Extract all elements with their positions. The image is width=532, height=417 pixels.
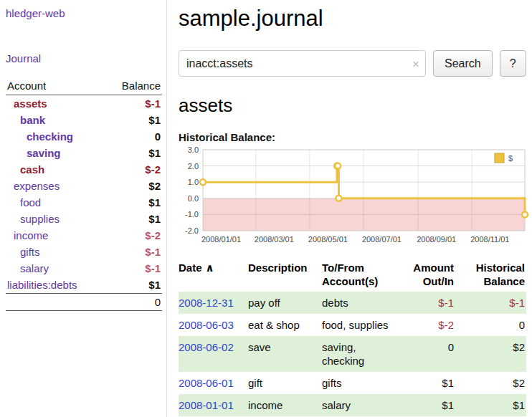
register-header-date: Date∧ [179, 259, 248, 292]
svg-text:2008/09/01: 2008/09/01 [417, 235, 456, 244]
accounts-total-value: 0 [105, 294, 162, 311]
register-balance: $1 [455, 394, 526, 416]
register-date-link[interactable]: 2008-12-31 [179, 297, 234, 309]
account-balance: $-1 [105, 244, 162, 260]
account-balance: $-2 [105, 227, 162, 244]
register-date-cell: 2008-06-02 [179, 336, 248, 372]
account-row: salary$-1 [6, 260, 162, 277]
main-content: sample.journal × Search ? assets Histori… [167, 0, 532, 417]
register-header-row: Date∧ Description To/From Account(s) Amo… [179, 259, 526, 292]
chart-point-marker [200, 179, 206, 185]
account-row: income$-2 [6, 227, 162, 244]
balance-chart: 3.02.01.00.0-1.0-2.02008/01/012008/03/01… [179, 146, 526, 251]
account-link[interactable]: bank [20, 114, 45, 126]
register-row: 2008-01-01incomesalary$1$1 [179, 394, 526, 416]
register-accounts: saving, checking [322, 336, 399, 372]
register-date-cell: 2008-12-31 [179, 292, 248, 314]
register-accounts: salary [322, 394, 399, 416]
account-row: food$1 [6, 194, 162, 211]
account-link[interactable]: salary [20, 262, 49, 274]
register-amount: $-2 [399, 314, 455, 336]
account-balance: $1 [105, 112, 162, 128]
register-header-amount: Amount Out/In [399, 259, 455, 292]
sidebar-item-journal[interactable]: Journal [6, 52, 162, 64]
account-row: saving$1 [6, 145, 162, 161]
account-link[interactable]: cash [20, 163, 44, 176]
account-balance: 0 [105, 128, 162, 145]
register-amount: 0 [399, 336, 455, 372]
register-body: 2008-12-31pay offdebts$-1$-12008-06-03ea… [179, 292, 526, 416]
chart-point-marker [336, 196, 341, 201]
account-row: expenses$2 [6, 178, 162, 194]
accounts-header-row: Account Balance [6, 80, 162, 95]
clear-search-icon[interactable]: × [412, 57, 419, 70]
page-title: sample.journal [179, 6, 526, 32]
register-table: Date∧ Description To/From Account(s) Amo… [179, 259, 526, 416]
svg-text:2008/01/01: 2008/01/01 [201, 235, 241, 244]
account-row: cash$-2 [6, 161, 162, 178]
accounts-table: Account Balance assets$-1bank$1checking0… [6, 80, 162, 311]
svg-text:2008/03/01: 2008/03/01 [255, 235, 294, 244]
account-link[interactable]: liabilities:debts [7, 279, 77, 291]
register-description: pay off [248, 292, 322, 314]
account-row: liabilities:debts$1 [6, 277, 162, 294]
register-date-link[interactable]: 2008-06-02 [179, 341, 234, 353]
account-row: bank$1 [6, 112, 162, 128]
chart-legend-label: $ [508, 154, 513, 163]
account-link[interactable]: gifts [20, 246, 40, 258]
search-input[interactable] [179, 50, 426, 77]
account-link[interactable]: saving [27, 147, 61, 159]
help-button[interactable]: ? [500, 50, 526, 77]
register-date-cell: 2008-06-03 [179, 314, 248, 336]
register-amount: $1 [399, 372, 455, 394]
search-input-wrap: × [179, 50, 426, 77]
app-title-link[interactable]: hledger-web [6, 7, 162, 19]
svg-text:2.0: 2.0 [188, 162, 199, 171]
register-date-cell: 2008-06-01 [179, 372, 248, 394]
svg-text:1.0: 1.0 [188, 178, 199, 186]
svg-text:-1.0: -1.0 [185, 210, 199, 219]
chart-point-marker [335, 163, 341, 169]
register-description: eat & shop [248, 314, 322, 336]
account-balance: $2 [105, 178, 162, 194]
account-balance: $-2 [105, 161, 162, 178]
account-balance: $1 [105, 277, 162, 294]
account-link[interactable]: checking [27, 130, 73, 143]
register-date-link[interactable]: 2008-01-01 [179, 399, 234, 411]
account-balance: $1 [105, 194, 162, 211]
register-amount: $-1 [399, 292, 455, 314]
register-date-link[interactable]: 2008-06-01 [179, 377, 234, 389]
accounts-total-row: 0 [6, 294, 162, 311]
register-description: gift [248, 372, 322, 394]
svg-text:-2.0: -2.0 [185, 226, 199, 235]
search-bar: × Search ? [179, 50, 526, 77]
account-link[interactable]: assets [14, 97, 47, 110]
register-accounts: food, supplies [322, 314, 399, 336]
register-balance: 0 [455, 314, 526, 336]
account-link[interactable]: expenses [14, 180, 60, 192]
account-balance: $-1 [105, 95, 162, 112]
account-link[interactable]: income [14, 229, 48, 241]
account-row: supplies$1 [6, 211, 162, 227]
register-date-link[interactable]: 2008-06-03 [179, 319, 234, 331]
register-row: 2008-06-03eat & shopfood, supplies$-20 [179, 314, 526, 336]
register-header-balance: Historical Balance [455, 259, 526, 292]
chart-label: Historical Balance: [179, 131, 526, 143]
account-page-title: assets [179, 95, 526, 117]
search-button[interactable]: Search [433, 50, 493, 77]
register-accounts: debts [322, 292, 399, 314]
svg-text:3.0: 3.0 [188, 146, 199, 154]
account-link[interactable]: food [20, 196, 41, 208]
account-balance: $-1 [105, 260, 162, 277]
account-link[interactable]: supplies [20, 213, 60, 225]
register-date-cell: 2008-01-01 [179, 394, 248, 416]
chart-point-marker [522, 211, 528, 217]
register-row: 2008-12-31pay offdebts$-1$-1 [179, 292, 526, 314]
register-accounts: gifts [322, 372, 399, 394]
account-balance: $1 [105, 211, 162, 227]
svg-text:2008/07/01: 2008/07/01 [362, 235, 402, 244]
sort-ascending-icon: ∧ [206, 262, 214, 274]
account-row: gifts$-1 [6, 244, 162, 260]
sidebar: hledger-web Journal Account Balance asse… [0, 0, 167, 417]
account-row: checking0 [6, 128, 162, 145]
